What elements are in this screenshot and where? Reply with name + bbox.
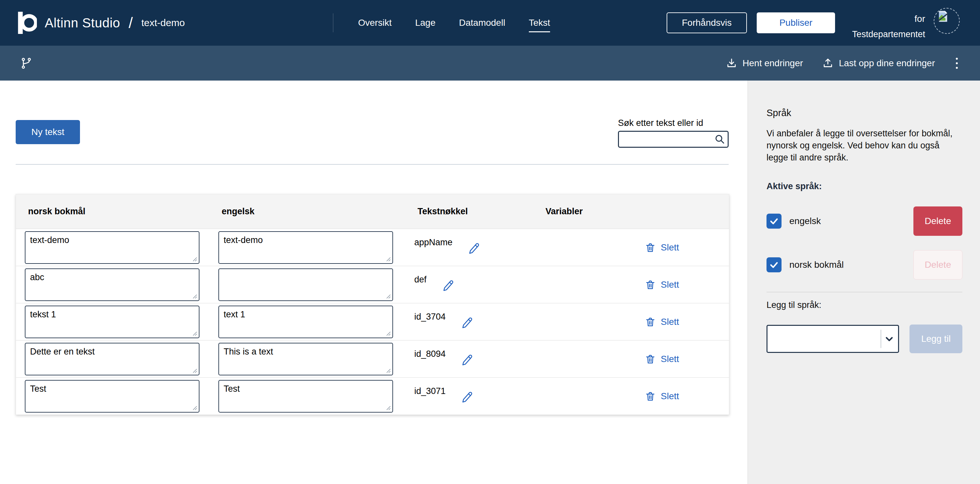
column-header-en: engelsk — [218, 206, 414, 217]
new-text-button[interactable]: Ny tekst — [16, 120, 80, 144]
en-text-input[interactable]: text-demo — [218, 231, 393, 264]
trash-icon — [644, 279, 656, 290]
language-label: engelsk — [789, 216, 821, 226]
resize-handle-icon[interactable] — [385, 293, 391, 299]
publish-button[interactable]: Publiser — [757, 13, 835, 33]
delete-row-button[interactable]: Slett — [644, 353, 679, 365]
avatar[interactable] — [934, 8, 960, 34]
resize-handle-icon[interactable] — [385, 368, 391, 373]
nav-item-lage[interactable]: Lage — [415, 17, 436, 28]
delete-row-label: Slett — [661, 391, 679, 401]
trash-icon — [644, 353, 656, 365]
app-title: Altinn Studio — [45, 16, 120, 30]
table-row: abc def Slett — [16, 266, 729, 303]
nb-text-input[interactable]: tekst 1 — [25, 306, 199, 338]
resize-handle-icon[interactable] — [192, 368, 197, 373]
upload-icon — [822, 57, 834, 69]
fetch-changes-label: Hent endringer — [743, 58, 803, 68]
table-row: Dette er en tekst This is a text id_8094… — [16, 340, 729, 377]
trash-icon — [644, 242, 656, 254]
account-menu[interactable]: for Testdepartementet — [852, 8, 960, 40]
chevron-down-icon — [884, 333, 895, 344]
nb-text-input[interactable]: abc — [25, 268, 199, 301]
more-options-button[interactable] — [954, 56, 960, 71]
upload-changes-button[interactable]: Last opp dine endringer — [822, 57, 935, 69]
search-label: Søk etter tekst eller id — [618, 118, 729, 128]
delete-row-label: Slett — [661, 242, 679, 253]
search-block: Søk etter tekst eller id — [618, 118, 729, 148]
fetch-changes-button[interactable]: Hent endringer — [726, 57, 803, 69]
main-content: Ny tekst Søk etter tekst eller id norsk … — [0, 81, 748, 484]
trash-icon — [644, 390, 656, 402]
delete-row-button[interactable]: Slett — [644, 242, 679, 254]
account-text: for Testdepartementet — [852, 8, 925, 40]
check-icon — [769, 260, 779, 270]
column-header-nb: norsk bokmål — [25, 206, 218, 217]
main-nav: Oversikt Lage Datamodell Tekst — [333, 0, 550, 46]
edit-key-button[interactable] — [441, 279, 455, 293]
en-text-input[interactable]: This is a text — [218, 343, 393, 375]
resize-handle-icon[interactable] — [192, 293, 197, 299]
text-key: appName — [414, 237, 452, 248]
git-branch-icon — [20, 46, 33, 81]
toolbar-right: Hent endringer Last opp dine endringer — [726, 46, 960, 81]
delete-row-button[interactable]: Slett — [644, 279, 679, 290]
texts-table: norsk bokmål engelsk Tekstnøkkel Variabl… — [16, 194, 729, 415]
resize-handle-icon[interactable] — [192, 330, 197, 336]
resize-handle-icon[interactable] — [385, 330, 391, 336]
nb-text-input[interactable]: Test — [25, 380, 199, 413]
delete-language-button[interactable]: Delete — [913, 206, 963, 236]
check-icon — [769, 216, 779, 226]
active-languages-label: Aktive språk: — [767, 181, 963, 192]
language-row-engelsk: engelsk Delete — [767, 206, 963, 236]
table-row: tekst 1 text 1 id_3704 Slett — [16, 303, 729, 340]
search-input[interactable] — [618, 131, 729, 148]
brand[interactable]: Altinn Studio / text-demo — [18, 0, 185, 46]
table-header-row: norsk bokmål engelsk Tekstnøkkel Variabl… — [16, 194, 729, 229]
org-prefix: for — [915, 14, 925, 24]
en-text-input[interactable]: Test — [218, 380, 393, 413]
nav-item-oversikt[interactable]: Oversikt — [358, 17, 392, 28]
add-language-button[interactable]: Legg til — [910, 325, 963, 353]
edit-key-button[interactable] — [460, 316, 474, 330]
select-separator — [881, 330, 881, 348]
nav-item-tekst[interactable]: Tekst — [529, 17, 550, 32]
language-select[interactable] — [767, 325, 899, 353]
delete-row-button[interactable]: Slett — [644, 316, 679, 328]
breadcrumb-separator: / — [129, 14, 133, 32]
nav-item-datamodell[interactable]: Datamodell — [459, 17, 505, 28]
text-key: id_3704 — [414, 312, 445, 322]
text-key: id_8094 — [414, 349, 445, 359]
language-row-norsk-bokmal: norsk bokmål Delete — [767, 250, 963, 279]
org-name: Testdepartementet — [852, 29, 925, 40]
preview-button[interactable]: Forhåndsvis — [667, 13, 747, 33]
en-text-input[interactable]: text 1 — [218, 306, 393, 338]
column-header-variables: Variabler — [542, 206, 635, 217]
delete-row-button[interactable]: Slett — [644, 390, 679, 402]
repo-name: text-demo — [142, 17, 185, 29]
add-language-label: Legg til språk: — [767, 300, 963, 310]
en-text-input[interactable] — [218, 268, 393, 301]
edit-key-button[interactable] — [467, 241, 480, 256]
text-key: def — [414, 275, 427, 285]
altinn-studio-window: Altinn Studio / text-demo Oversikt Lage … — [0, 0, 980, 484]
delete-language-button-disabled[interactable]: Delete — [913, 250, 963, 279]
language-label: norsk bokmål — [789, 260, 844, 270]
language-sidebar: Språk Vi anbefaler å legge til oversette… — [748, 81, 980, 484]
norsk-bokmal-checkbox[interactable] — [767, 257, 781, 272]
nb-text-input[interactable]: Dette er en tekst — [25, 343, 199, 375]
altinn-logo-icon — [18, 12, 37, 34]
search-icon — [714, 134, 725, 145]
delete-row-label: Slett — [661, 317, 679, 327]
engelsk-checkbox[interactable] — [767, 214, 781, 229]
resize-handle-icon[interactable] — [192, 256, 197, 262]
nb-text-input[interactable]: text-demo — [25, 231, 199, 264]
table-row: Test Test id_3071 Slett — [16, 377, 729, 414]
resize-handle-icon[interactable] — [385, 405, 391, 411]
edit-key-button[interactable] — [460, 353, 474, 368]
nav-divider — [333, 13, 333, 32]
edit-key-button[interactable] — [460, 390, 474, 405]
resize-handle-icon[interactable] — [192, 405, 197, 411]
resize-handle-icon[interactable] — [385, 256, 391, 262]
download-icon — [726, 57, 737, 69]
